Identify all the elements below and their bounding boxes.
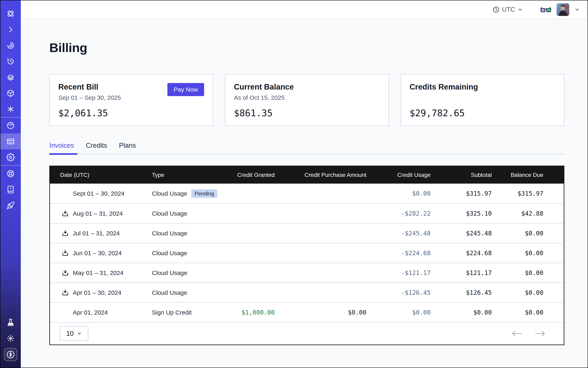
table-header: Date (UTC) Type Credit Granted Credit Pu… (50, 166, 564, 184)
sidebar-item-cube[interactable] (0, 85, 21, 101)
sidebar-item-layers[interactable] (0, 69, 21, 85)
sidebar-item-book-sparkle[interactable] (0, 182, 21, 197)
table-row: Jun 01 – 30, 2024Cloud Usage-$224.68$224… (50, 243, 564, 263)
invoice-date-cell: Aug 01 – 31, 2024 (50, 210, 152, 217)
table-row: Apr 01, 2024Sign Up Credit$1,000.00$0.00… (50, 302, 564, 322)
logo-icon (6, 9, 15, 18)
sidebar-item-logo[interactable] (0, 6, 21, 22)
download-icon (62, 249, 69, 257)
avatar-image (557, 3, 569, 16)
invoice-type: Cloud Usage (152, 230, 187, 237)
chevron-right-icon (6, 25, 15, 34)
balance-due-value: $0.00 (492, 269, 564, 276)
table-row: Apr 01 – 30, 2024Cloud Usage-$126.45$126… (50, 283, 564, 302)
invoice-date: Apr 01 – 30, 2024 (73, 289, 121, 296)
sidebar-item-gear[interactable] (0, 149, 21, 165)
invoice-date-cell: Jul 01 – 31, 2024 (50, 230, 152, 237)
column-header-credit-granted: Credit Granted (223, 172, 275, 178)
subtotal-value: $0.00 (431, 309, 492, 316)
gear-icon (6, 153, 15, 162)
download-icon (62, 289, 69, 296)
avatar[interactable] (557, 3, 569, 16)
tab-credits[interactable]: Credits (86, 142, 107, 154)
sidebar-item-rocket[interactable] (0, 197, 21, 213)
sidebar-item-badge-dollar[interactable] (4, 348, 17, 361)
tab-invoices[interactable]: Invoices (49, 142, 74, 154)
page-size-select[interactable]: 10 (60, 326, 88, 341)
download-invoice-button[interactable] (62, 249, 69, 257)
credit-usage-value: $0.00 (366, 309, 431, 316)
clock-icon (493, 6, 499, 13)
recent-bill-card: Recent Bill Sep 01 – Sep 30, 2025 $2,061… (49, 74, 213, 126)
column-header-subtotal: Subtotal (431, 172, 492, 178)
table-body: Sept 01 – 30, 2024Cloud UsagePending$0.0… (50, 184, 564, 322)
next-page-arrow-icon[interactable] (534, 330, 546, 337)
download-invoice-button[interactable] (62, 269, 69, 277)
column-header-type: Type (152, 172, 223, 178)
sidebar-item-chevron-right[interactable] (0, 22, 21, 37)
download-slot-empty (62, 309, 69, 316)
invoice-type-cell: Cloud Usage (152, 210, 223, 217)
invoice-type-cell: Cloud Usage (152, 269, 223, 276)
card-subtitle: As of Oct 15, 2025 (234, 94, 380, 101)
sidebar (0, 0, 21, 368)
sidebar-item-history[interactable] (0, 54, 21, 69)
invoice-type-cell: Cloud Usage (152, 230, 223, 237)
column-header-date: Date (UTC) (50, 172, 152, 178)
subtotal-value: $325.10 (431, 210, 492, 217)
table-footer: 10 (50, 322, 564, 345)
sidebar-item-lifebuoy[interactable] (0, 166, 21, 182)
download-invoice-button[interactable] (62, 210, 69, 217)
chevron-down-icon[interactable] (575, 7, 580, 12)
sidebar-item-gauge[interactable] (0, 118, 21, 133)
tab-plans[interactable]: Plans (119, 142, 136, 154)
card-title: Current Balance (234, 83, 380, 91)
summary-cards: Recent Bill Sep 01 – Sep 30, 2025 $2,061… (49, 74, 564, 126)
subtotal-value: $126.45 (431, 289, 492, 296)
invoice-date-cell: Sept 01 – 30, 2024 (50, 190, 152, 197)
credit-usage-value: -$245.48 (366, 230, 431, 237)
subtotal-value: $315.97 (431, 190, 492, 197)
sidebar-item-sun[interactable] (0, 331, 21, 346)
balance-due-value: $0.00 (492, 309, 564, 316)
download-invoice-button[interactable] (62, 289, 69, 297)
page-size-value: 10 (66, 330, 74, 337)
glasses-icon[interactable] (540, 6, 551, 13)
sidebar-item-asterisk[interactable] (0, 101, 21, 117)
invoice-type: Cloud Usage (152, 269, 187, 276)
page-title: Billing (49, 40, 564, 55)
balance-due-value: $0.00 (492, 249, 564, 257)
invoice-date-cell: Jun 01 – 30, 2024 (50, 249, 152, 257)
credit-usage-value: -$126.45 (366, 289, 431, 296)
invoice-type: Sign Up Credit (152, 309, 192, 316)
sidebar-item-spiral-eye[interactable] (0, 37, 21, 54)
invoice-date: Apr 01, 2024 (73, 309, 108, 316)
pay-now-button[interactable]: Pay Now (167, 83, 204, 96)
sidebar-item-credit-card[interactable] (0, 133, 21, 149)
column-header-credit-usage: Credit Usage (366, 172, 431, 178)
sidebar-group-resources (0, 165, 21, 213)
table-row: Sept 01 – 30, 2024Cloud UsagePending$0.0… (50, 184, 564, 203)
balance-due-value: $0.00 (492, 230, 564, 237)
timezone-selector[interactable]: UTC (493, 6, 523, 13)
pending-status-badge: Pending (191, 189, 217, 198)
invoices-table: Date (UTC) Type Credit Granted Credit Pu… (49, 166, 564, 345)
badge-dollar-icon (6, 350, 15, 359)
table-row: Jul 01 – 31, 2024Cloud Usage-$245.48$245… (50, 223, 564, 243)
sidebar-item-flask[interactable] (0, 314, 21, 331)
invoice-type: Cloud Usage (152, 210, 187, 217)
sidebar-group-billing (0, 117, 21, 165)
previous-page-arrow-icon[interactable] (511, 330, 523, 337)
credit-usage-value: $0.00 (366, 190, 431, 197)
invoice-date-cell: May 01 – 31, 2024 (50, 269, 152, 277)
layers-icon (6, 73, 15, 82)
current-balance-amount: $861.35 (234, 108, 380, 119)
sun-icon (6, 334, 15, 343)
billing-tabs: Invoices Credits Plans (49, 142, 564, 154)
invoice-date-cell: Apr 01, 2024 (50, 309, 152, 316)
invoice-type: Cloud Usage (152, 190, 187, 197)
table-row: Aug 01 – 31, 2024Cloud Usage-$282.22$325… (50, 203, 564, 223)
download-invoice-button[interactable] (62, 230, 69, 237)
invoice-date: Jul 01 – 31, 2024 (73, 230, 120, 237)
credit-granted-value: $1,000.00 (223, 309, 275, 316)
